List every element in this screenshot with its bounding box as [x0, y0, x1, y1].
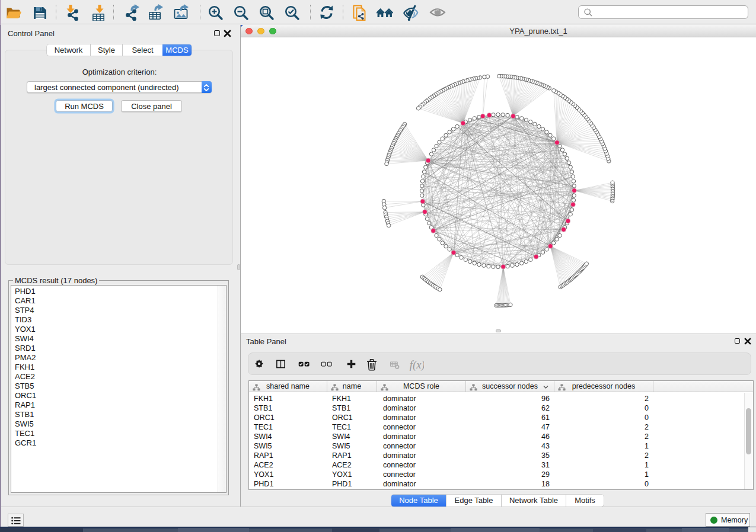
svg-text:f(x): f(x) [410, 358, 424, 371]
